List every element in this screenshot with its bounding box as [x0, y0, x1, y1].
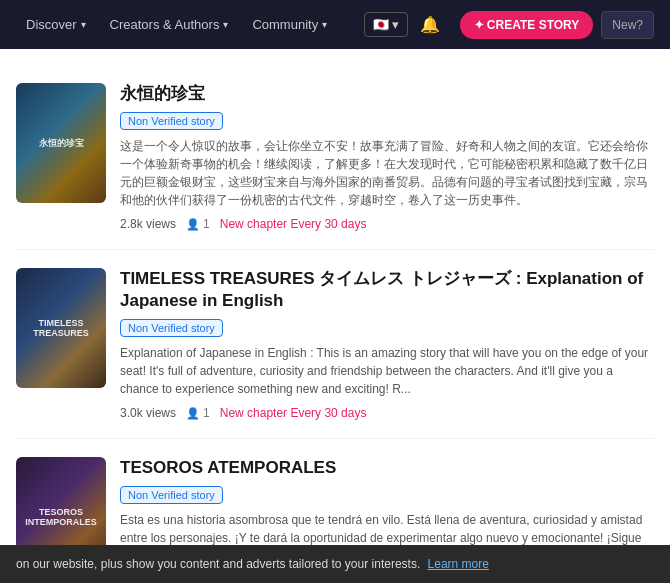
cover-title: TESOROS INTEMPORALES	[16, 503, 106, 531]
create-story-button[interactable]: ✦ CREATE STORY	[460, 11, 594, 39]
cover-title: 永恒的珍宝	[35, 133, 88, 154]
nav-discover[interactable]: Discover ▾	[16, 11, 96, 38]
community-label: Community	[252, 17, 318, 32]
nav-community[interactable]: Community ▾	[242, 11, 337, 38]
discover-label: Discover	[26, 17, 77, 32]
story-description: Explanation of Japanese in English : Thi…	[120, 344, 654, 398]
story-title[interactable]: TESOROS ATEMPORALES	[120, 457, 654, 479]
flag-icon: 🇯🇵	[373, 17, 389, 32]
author-count: 1	[186, 406, 210, 420]
story-title[interactable]: TIMELESS TREASURES タイムレス トレジャーズ : Explan…	[120, 268, 654, 312]
story-title[interactable]: 永恒的珍宝	[120, 83, 654, 105]
cover-title: TIMELESS TREASURES	[16, 314, 106, 342]
chapter-frequency: New chapter Every 30 days	[220, 406, 367, 420]
story-description: 这是一个令人惊叹的故事，会让你坐立不安！故事充满了冒险、好奇和人物之间的友谊。它…	[120, 137, 654, 209]
chevron-down-icon: ▾	[392, 17, 399, 32]
app-header: Discover ▾ Creators & Authors ▾ Communit…	[0, 0, 670, 49]
main-nav: Discover ▾ Creators & Authors ▾ Communit…	[16, 11, 356, 38]
cookie-banner: on our website, plus show you content an…	[0, 545, 670, 583]
story-meta: 2.8k views 1 New chapter Every 30 days	[120, 217, 654, 231]
story-info: TIMELESS TREASURES タイムレス トレジャーズ : Explan…	[120, 268, 654, 420]
new-user-button[interactable]: New?	[601, 11, 654, 39]
story-info: 永恒的珍宝 Non Verified story 这是一个令人惊叹的故事，会让你…	[120, 83, 654, 231]
verified-badge: Non Verified story	[120, 112, 223, 130]
view-count: 2.8k views	[120, 217, 176, 231]
story-meta: 3.0k views 1 New chapter Every 30 days	[120, 406, 654, 420]
nav-creators[interactable]: Creators & Authors ▾	[100, 11, 239, 38]
cookie-text: on our website, plus show you content an…	[16, 557, 654, 571]
chevron-down-icon: ▾	[223, 19, 228, 30]
story-cover[interactable]: 永恒的珍宝	[16, 83, 106, 203]
chevron-down-icon: ▾	[322, 19, 327, 30]
main-content: 永恒的珍宝 永恒的珍宝 Non Verified story 这是一个令人惊叹的…	[0, 49, 670, 583]
verified-badge: Non Verified story	[120, 319, 223, 337]
story-cover[interactable]: TIMELESS TREASURES	[16, 268, 106, 388]
story-card: TIMELESS TREASURES TIMELESS TREASURES タイ…	[16, 250, 654, 439]
chapter-frequency: New chapter Every 30 days	[220, 217, 367, 231]
language-selector[interactable]: 🇯🇵 ▾	[364, 12, 408, 37]
view-count: 3.0k views	[120, 406, 176, 420]
creators-label: Creators & Authors	[110, 17, 220, 32]
learn-more-link[interactable]: Learn more	[428, 557, 489, 571]
story-card: 永恒的珍宝 永恒的珍宝 Non Verified story 这是一个令人惊叹的…	[16, 65, 654, 250]
chevron-down-icon: ▾	[81, 19, 86, 30]
header-icons: 🇯🇵 ▾ 🔔	[364, 11, 444, 38]
verified-badge: Non Verified story	[120, 486, 223, 504]
notifications-bell[interactable]: 🔔	[416, 11, 444, 38]
author-count: 1	[186, 217, 210, 231]
